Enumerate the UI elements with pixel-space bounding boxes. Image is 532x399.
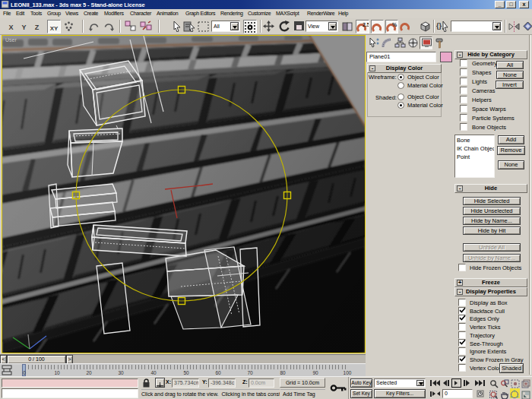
svg-text:2.5: 2.5 bbox=[363, 22, 369, 27]
svg-text:{}: {} bbox=[436, 22, 442, 30]
svg-text:%: % bbox=[392, 22, 397, 27]
